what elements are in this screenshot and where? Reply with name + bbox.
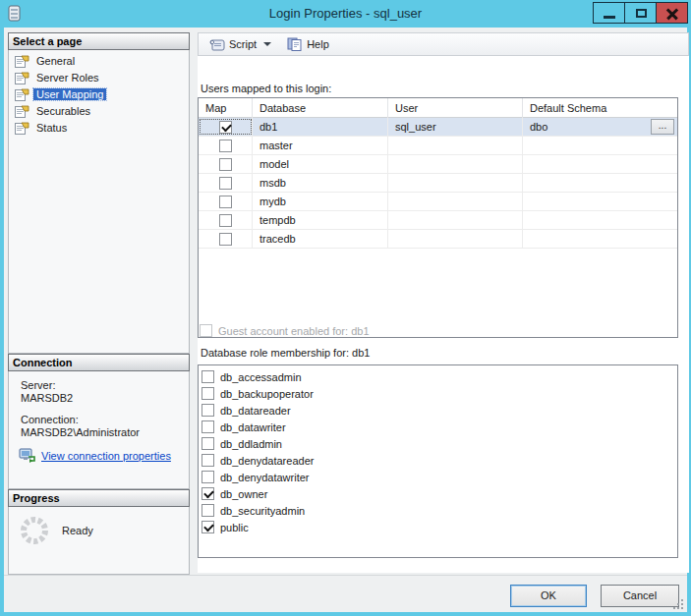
- list-item[interactable]: db_denydatareader: [202, 452, 677, 469]
- list-item[interactable]: db_datawriter: [202, 419, 677, 435]
- sidebar-item-server-roles[interactable]: Server Roles: [15, 70, 189, 85]
- sidebar-item-user-mapping[interactable]: User Mapping: [15, 86, 189, 102]
- script-button[interactable]: Script: [205, 34, 275, 54]
- user-cell[interactable]: [388, 193, 523, 210]
- script-label: Script: [229, 38, 257, 50]
- user-cell[interactable]: [388, 155, 523, 173]
- close-button[interactable]: [656, 2, 688, 24]
- server-label: Server:: [21, 379, 189, 391]
- guest-account-checkbox: [200, 324, 212, 337]
- list-item[interactable]: public: [202, 519, 677, 535]
- connection-header: Connection: [8, 354, 190, 371]
- select-a-page-header: Select a page: [8, 32, 190, 50]
- select-a-page-panel: General Server Roles User Mapping Secura…: [8, 50, 190, 354]
- default-schema-cell[interactable]: dbo ...: [523, 118, 677, 136]
- user-cell[interactable]: [388, 137, 523, 154]
- map-checkbox[interactable]: [219, 140, 232, 152]
- role-label: db_datareader: [220, 405, 291, 417]
- window-title: Login Properties - sql_user: [0, 6, 691, 21]
- column-header-user: User: [388, 98, 523, 118]
- role-membership-label: Database role membership for: db1: [201, 347, 370, 359]
- guest-account-label: Guest account enabled for: db1: [218, 325, 370, 337]
- list-item[interactable]: db_securityadmin: [202, 502, 677, 519]
- table-row[interactable]: mydb: [199, 193, 677, 211]
- role-label: db_denydatawriter: [220, 472, 310, 483]
- guest-account-row: Guest account enabled for: db1: [200, 324, 370, 337]
- user-cell[interactable]: [388, 230, 523, 248]
- list-item[interactable]: db_owner: [202, 485, 677, 502]
- property-page-icon: [15, 55, 29, 68]
- role-checkbox[interactable]: [202, 370, 214, 383]
- role-checkbox[interactable]: [202, 404, 214, 417]
- progress-status: Ready: [62, 525, 93, 536]
- map-checkbox[interactable]: [219, 233, 232, 246]
- database-cell: tracedb: [253, 230, 388, 248]
- default-schema-cell[interactable]: [523, 174, 677, 192]
- main-panel: Script Help Users mapped to this login:: [198, 32, 689, 573]
- view-connection-properties-link[interactable]: View connection properties: [41, 450, 171, 462]
- default-schema-cell[interactable]: [523, 211, 677, 229]
- chevron-down-icon: [263, 42, 271, 46]
- progress-spinner-icon: [19, 515, 50, 546]
- connection-value: MARSDB2\Administrator: [21, 426, 189, 438]
- list-item[interactable]: db_accessadmin: [202, 368, 677, 385]
- default-schema-cell[interactable]: [523, 155, 677, 173]
- user-cell[interactable]: [388, 211, 523, 229]
- list-item[interactable]: db_backupoperator: [202, 385, 677, 402]
- role-checkbox[interactable]: [202, 521, 214, 533]
- minimize-button[interactable]: [593, 2, 625, 24]
- map-checkbox[interactable]: [219, 214, 232, 227]
- role-checkbox[interactable]: [202, 504, 214, 517]
- map-checkbox[interactable]: [219, 196, 232, 208]
- toolbar: Script Help: [198, 32, 689, 56]
- maximize-button[interactable]: [624, 2, 657, 24]
- sidebar-item-label: General: [33, 55, 78, 67]
- cancel-button[interactable]: Cancel: [601, 585, 679, 607]
- sidebar-item-label: User Mapping: [33, 88, 106, 100]
- role-checkbox[interactable]: [202, 471, 214, 483]
- role-label: db_owner: [220, 488, 267, 500]
- database-cell: master: [253, 137, 388, 154]
- table-row[interactable]: msdb: [199, 174, 677, 193]
- list-item[interactable]: db_ddladmin: [202, 435, 677, 452]
- connection-label: Connection:: [21, 414, 189, 425]
- titlebar: Login Properties - sql_user: [0, 0, 691, 28]
- user-cell[interactable]: [388, 174, 523, 192]
- progress-panel: Ready: [8, 507, 190, 575]
- users-mapped-label: Users mapped to this login:: [201, 83, 331, 94]
- default-schema-cell[interactable]: [523, 137, 677, 154]
- table-row[interactable]: tempdb: [199, 211, 677, 230]
- list-item[interactable]: db_denydatawriter: [202, 469, 677, 485]
- map-checkbox[interactable]: [219, 121, 232, 134]
- database-cell: tempdb: [253, 211, 388, 229]
- minimize-icon: [604, 16, 615, 19]
- role-checkbox[interactable]: [202, 487, 214, 500]
- sidebar-item-status[interactable]: Status: [15, 120, 189, 136]
- list-item[interactable]: db_datareader: [202, 402, 677, 419]
- browse-schema-button[interactable]: ...: [651, 119, 674, 135]
- resize-grip-icon[interactable]: [673, 599, 683, 609]
- table-row[interactable]: master: [199, 137, 677, 155]
- user-cell[interactable]: sql_user: [388, 118, 523, 136]
- sidebar-item-securables[interactable]: Securables: [15, 103, 189, 119]
- map-checkbox[interactable]: [219, 177, 232, 190]
- sidebar-item-general[interactable]: General: [15, 53, 189, 69]
- ok-button[interactable]: OK: [510, 585, 587, 607]
- default-schema-cell[interactable]: [523, 193, 677, 210]
- role-checkbox[interactable]: [202, 420, 214, 433]
- role-checkbox[interactable]: [202, 437, 214, 450]
- role-label: db_accessadmin: [220, 371, 302, 383]
- table-row[interactable]: model: [199, 155, 677, 174]
- map-checkbox[interactable]: [219, 158, 232, 171]
- role-checkbox[interactable]: [202, 454, 214, 467]
- role-checkbox[interactable]: [202, 387, 214, 400]
- column-header-default-schema: Default Schema: [523, 98, 677, 118]
- default-schema-cell[interactable]: [523, 230, 677, 248]
- table-row[interactable]: db1 sql_user dbo ...: [199, 118, 677, 137]
- column-header-map: Map: [199, 98, 253, 118]
- role-label: db_backupoperator: [220, 388, 314, 400]
- help-button[interactable]: Help: [283, 34, 333, 54]
- footer: OK Cancel: [4, 575, 687, 612]
- role-membership-list: db_accessadmin db_backupoperator db_data…: [198, 364, 678, 558]
- table-row[interactable]: tracedb: [199, 230, 677, 249]
